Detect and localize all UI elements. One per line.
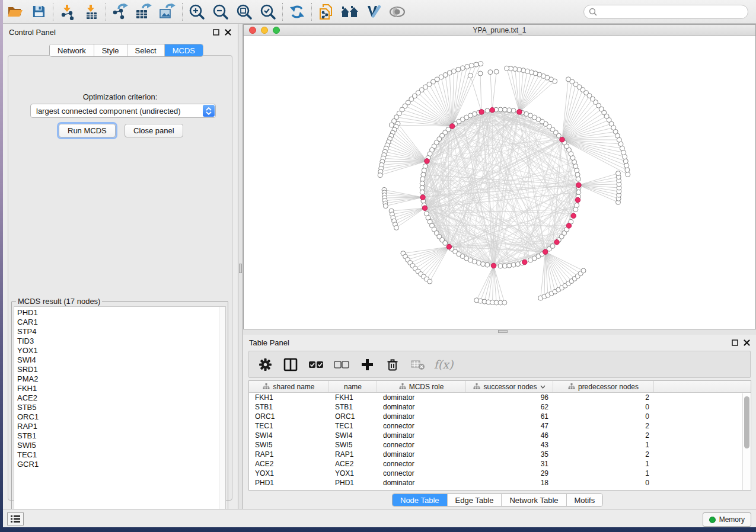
mcds-result-item[interactable]: ORC1 [17, 412, 225, 422]
network-graph [244, 36, 755, 329]
close-panel-button[interactable]: Close panel [125, 124, 183, 137]
mcds-result-item[interactable]: STB5 [17, 403, 225, 412]
cell-name: PHD1 [329, 478, 377, 488]
column-header-name[interactable]: name [329, 381, 377, 392]
table-row[interactable]: ACE2ACE2connector311 [249, 459, 751, 469]
horizontal-splitter[interactable] [243, 329, 756, 335]
cell-shared_name: STB1 [249, 402, 329, 412]
table-row[interactable]: SWI4SWI4dominator462 [249, 431, 751, 440]
mcds-result-item[interactable]: ACE2 [17, 393, 225, 403]
toolbar-separator [282, 3, 283, 21]
table-row[interactable]: TEC1TEC1connector472 [249, 421, 751, 431]
tab-motifs[interactable]: Motifs [567, 494, 603, 506]
mcds-result-item[interactable]: SRD1 [17, 365, 225, 374]
toolbar-separator [53, 3, 53, 21]
tab-network-table[interactable]: Network Table [502, 494, 566, 506]
clone-network-icon[interactable] [314, 2, 338, 22]
tree-icon [568, 383, 575, 390]
column-header-shared-name[interactable]: shared name [249, 381, 329, 392]
table-row[interactable]: RAP1RAP1dominator352 [249, 450, 751, 459]
function-builder-icon[interactable]: f(x) [436, 357, 451, 372]
mcds-result-item[interactable]: YOX1 [17, 346, 225, 355]
close-panel-icon[interactable] [744, 339, 750, 346]
mcds-result-item[interactable]: STB1 [17, 431, 225, 441]
splitter-handle[interactable] [239, 264, 242, 273]
list-icon [10, 515, 21, 523]
close-panel-icon[interactable] [225, 29, 231, 36]
mcds-result-item[interactable]: STP4 [17, 327, 225, 336]
mcds-result-item[interactable]: TID3 [17, 336, 225, 346]
table-row[interactable]: ORC1ORC1dominator610 [249, 412, 751, 421]
tab-style[interactable]: Style [94, 44, 127, 56]
import-table-icon[interactable] [79, 2, 103, 22]
refresh-icon[interactable] [285, 2, 309, 22]
search-field[interactable] [583, 5, 748, 19]
cell-name: STB1 [329, 402, 377, 412]
mcds-result-item[interactable]: RAP1 [17, 422, 225, 431]
hide-graphics-details-icon[interactable] [362, 2, 385, 22]
export-image-icon[interactable] [156, 2, 180, 22]
table-row[interactable]: SWI5SWI5connector431 [249, 440, 751, 450]
optimization-criterion-select[interactable]: largest connected component (undirected) [30, 104, 216, 118]
table-panel-titlebar: Table Panel [243, 335, 756, 350]
columns-icon[interactable] [283, 357, 298, 372]
sort-chevron-icon[interactable] [540, 385, 546, 389]
zoom-out-icon[interactable] [209, 2, 232, 22]
mcds-result-item[interactable]: PHD1 [17, 308, 225, 318]
table-row[interactable]: FKH1FKH1dominator962 [249, 393, 751, 402]
open-session-icon[interactable] [3, 2, 27, 22]
table-row[interactable]: STB1STB1dominator620 [249, 402, 751, 412]
mcds-result-item[interactable]: GCR1 [17, 460, 225, 469]
delete-table-icon[interactable] [410, 357, 426, 372]
float-panel-icon[interactable] [732, 339, 738, 346]
table-scrollbar[interactable] [742, 393, 750, 491]
run-mcds-button[interactable]: Run MCDS [59, 124, 116, 137]
network-canvas[interactable] [244, 36, 755, 329]
control-panel-titlebar: Control Panel [3, 24, 237, 40]
tab-select[interactable]: Select [127, 44, 165, 56]
vertical-splitter[interactable] [238, 24, 243, 509]
memory-button[interactable]: Memory [703, 512, 751, 527]
table-scrollbar-thumb[interactable] [744, 396, 749, 448]
cell-predecessor_nodes: 0 [553, 412, 654, 421]
table-row[interactable]: YOX1YOX1connector291 [249, 469, 751, 478]
search-input[interactable] [600, 8, 743, 16]
mcds-list-scrollbar[interactable] [219, 307, 225, 519]
mcds-result-item[interactable]: SWI5 [17, 441, 225, 450]
column-header-MCDS-role[interactable]: MCDS role [377, 381, 466, 392]
mcds-result-item[interactable]: PMA2 [17, 374, 225, 384]
zoom-selected-icon[interactable] [256, 2, 280, 22]
import-network-icon[interactable] [56, 2, 79, 22]
zoom-in-icon[interactable] [185, 2, 209, 22]
select-all-icon[interactable] [308, 357, 324, 372]
column-header-predecessor-nodes[interactable]: predecessor nodes [553, 381, 654, 392]
gear-icon[interactable] [257, 357, 273, 372]
float-panel-icon[interactable] [213, 29, 219, 36]
export-network-icon[interactable] [109, 2, 132, 22]
cell-successor_nodes: 31 [466, 459, 553, 469]
tab-mcds[interactable]: MCDS [165, 44, 203, 56]
delete-row-icon[interactable] [385, 357, 400, 372]
column-header-label: shared name [273, 383, 314, 391]
zoom-fit-icon[interactable] [232, 2, 256, 22]
show-hide-eye-icon[interactable] [385, 2, 409, 22]
table-row[interactable]: PHD1PHD1dominator180 [249, 478, 751, 488]
save-session-icon[interactable] [27, 2, 50, 22]
network-window-titlebar[interactable]: YPA_prune.txt_1 [244, 25, 755, 36]
mcds-result-item[interactable]: CAR1 [17, 318, 225, 327]
add-row-icon[interactable] [359, 357, 375, 372]
tab-network[interactable]: Network [50, 44, 94, 56]
tab-edge-table[interactable]: Edge Table [448, 494, 502, 506]
mcds-result-list[interactable]: PHD1CAR1STP4TID3YOX1SWI4SRD1PMA2FKH1ACE2… [14, 306, 226, 520]
splitter-handle[interactable] [498, 330, 508, 333]
mcds-result-item[interactable]: TEC1 [17, 450, 225, 460]
export-table-icon[interactable] [132, 2, 156, 22]
deselect-all-icon[interactable] [334, 357, 349, 372]
cell-shared_name: YOX1 [249, 469, 329, 478]
task-history-button[interactable] [7, 512, 24, 525]
mcds-result-item[interactable]: FKH1 [17, 384, 225, 393]
tab-node-table[interactable]: Node Table [393, 494, 448, 506]
mcds-result-item[interactable]: SWI4 [17, 355, 225, 365]
houses-icon[interactable] [338, 2, 362, 22]
column-header-successor-nodes[interactable]: successor nodes [466, 381, 553, 392]
